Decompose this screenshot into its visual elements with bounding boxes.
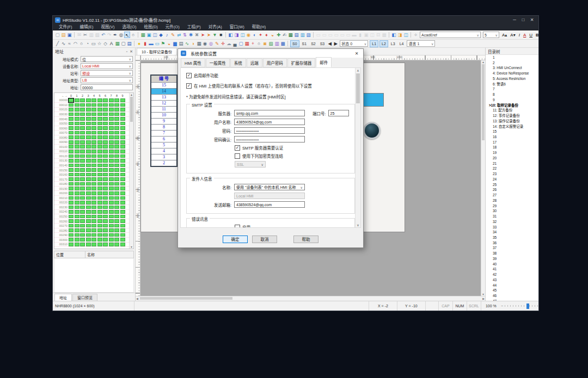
scroll-up-icon[interactable]: ▲ xyxy=(130,93,133,96)
grid-cell[interactable] xyxy=(109,173,114,177)
group-icon[interactable]: ▩ xyxy=(381,32,387,38)
cascade-windows-icon[interactable]: ◧ xyxy=(391,32,397,38)
grid-cell[interactable] xyxy=(97,187,102,190)
copy-screen-icon[interactable]: ◫ xyxy=(152,32,158,38)
grid-cell[interactable] xyxy=(69,126,74,130)
tree-item[interactable]: 27 xyxy=(486,193,538,198)
db-widget-icon[interactable]: ▩ xyxy=(280,40,286,47)
zoom-tool-icon[interactable]: ○ xyxy=(130,32,136,38)
tree-item[interactable]: 42 xyxy=(486,272,538,277)
grid-cell[interactable] xyxy=(114,126,119,130)
tree-item[interactable]: 36 xyxy=(486,240,538,246)
tree-item[interactable]: 16 xyxy=(486,134,538,140)
table-row[interactable]: 14 xyxy=(151,89,176,95)
grid-cell[interactable] xyxy=(103,168,108,172)
grid-cell[interactable] xyxy=(69,168,74,172)
grid-cell[interactable] xyxy=(120,219,125,223)
scrollbar-thumb[interactable] xyxy=(482,64,485,140)
move-widget-icon[interactable]: ✛ xyxy=(220,40,226,47)
grid-cell[interactable] xyxy=(97,126,102,130)
tree-item[interactable]: 33 xyxy=(486,225,538,230)
grid-cell[interactable] xyxy=(120,210,125,214)
password-confirm-input[interactable]: •••••••••••••••• xyxy=(234,136,305,142)
grid-cell[interactable] xyxy=(103,117,108,121)
flag-widget-icon[interactable]: ⚑ xyxy=(160,40,166,47)
mail-icon[interactable]: ✉ xyxy=(76,32,82,38)
grid-cell[interactable] xyxy=(120,206,125,209)
grid-cell[interactable] xyxy=(97,182,102,186)
grid-cell[interactable] xyxy=(75,224,79,228)
image-icon[interactable]: ▦ xyxy=(140,32,146,38)
grid-cell[interactable] xyxy=(80,182,85,186)
ok-button[interactable]: 确定 xyxy=(223,236,248,243)
table-row[interactable]: 10 xyxy=(151,113,176,119)
package-icon[interactable]: ■ xyxy=(218,32,224,38)
grid-cell[interactable] xyxy=(91,159,96,163)
scrollbar-thumb[interactable] xyxy=(140,297,232,300)
grid-cell[interactable] xyxy=(86,154,91,158)
datalog-icon[interactable]: ◒ xyxy=(270,32,275,38)
grid-cell[interactable] xyxy=(114,117,119,121)
table-row[interactable]: 8 xyxy=(151,125,176,131)
grid-cell[interactable] xyxy=(103,233,108,237)
grid-cell[interactable] xyxy=(109,187,114,190)
grid-cell[interactable] xyxy=(120,182,125,186)
dialog-scrollbar[interactable]: ∧∨ xyxy=(355,68,360,227)
grid-cell[interactable] xyxy=(114,228,119,232)
grid-cell[interactable] xyxy=(75,215,79,219)
grid-cell[interactable] xyxy=(120,201,125,205)
tree-item[interactable]: 41 xyxy=(486,267,538,272)
grid-cell[interactable] xyxy=(114,238,119,241)
grid-cell[interactable] xyxy=(114,196,119,200)
grid-cell[interactable] xyxy=(75,150,79,153)
tree-item[interactable]: 5: Access Restriction xyxy=(486,76,538,82)
grid-cell[interactable] xyxy=(109,154,114,158)
tree-item[interactable]: 31 xyxy=(486,214,538,219)
tree-item[interactable]: 9 xyxy=(486,97,538,103)
grid-cell[interactable] xyxy=(109,182,114,186)
grid-cell[interactable] xyxy=(109,145,114,148)
grid-cell[interactable] xyxy=(114,215,119,219)
tree-item[interactable]: 32 xyxy=(486,219,538,225)
menu-item-绘图D[interactable]: 绘图(D) xyxy=(140,24,161,30)
address-type-combo[interactable]: LB∨ xyxy=(81,77,133,83)
grid-cell[interactable] xyxy=(91,206,96,209)
canvas-vertical-scrollbar[interactable]: ▲▼ xyxy=(481,60,485,296)
grid-cell[interactable] xyxy=(114,233,119,237)
username-input[interactable]: 438590524@qq.com xyxy=(234,119,305,125)
grid-cell[interactable] xyxy=(91,168,96,172)
grid-cell[interactable] xyxy=(69,173,74,177)
grid-cell[interactable] xyxy=(120,126,125,130)
grid-cell[interactable] xyxy=(75,182,79,186)
grid-cell[interactable] xyxy=(114,187,119,190)
dialog-tab-扩展存储器[interactable]: 扩展存储器 xyxy=(287,58,316,67)
state-s0-button[interactable]: S0 xyxy=(290,40,299,47)
table-row[interactable]: 2 xyxy=(151,160,176,166)
grid-cell[interactable] xyxy=(91,191,96,195)
grid-cell[interactable] xyxy=(109,196,114,200)
sound-icon[interactable]: ♪ xyxy=(164,32,170,38)
grid-cell[interactable] xyxy=(109,140,114,144)
grid-cell[interactable] xyxy=(86,126,91,130)
align-left-icon[interactable]: ▭ xyxy=(315,32,321,38)
database-icon[interactable]: ▦ xyxy=(287,32,293,38)
grid-nav-arrows[interactable]: ←→ xyxy=(54,94,69,97)
grid-cell[interactable] xyxy=(97,206,102,209)
close-button[interactable]: ✕ xyxy=(528,16,536,24)
pencil-widget-icon[interactable]: ✎ xyxy=(214,40,220,47)
switch-widget-icon[interactable]: ▬ xyxy=(148,40,154,47)
minimize-button[interactable]: ─ xyxy=(510,16,519,24)
grid-cell[interactable] xyxy=(80,243,85,246)
grid-cell[interactable] xyxy=(69,215,74,219)
menu-item-视图V[interactable]: 视图(V) xyxy=(97,24,119,30)
grid-cell[interactable] xyxy=(97,131,102,135)
grid-cell[interactable] xyxy=(97,117,102,121)
grid-cell[interactable] xyxy=(114,177,119,181)
download-icon[interactable]: ▼ xyxy=(212,32,218,38)
grid-cell[interactable] xyxy=(103,228,108,232)
menu-item-对齐A[interactable]: 对齐(A) xyxy=(205,24,226,30)
tree-item[interactable]: 25 xyxy=(486,182,538,188)
grid-cell[interactable] xyxy=(103,191,108,195)
meter-widget-icon[interactable]: ◒ xyxy=(166,40,172,47)
scale-tool-icon[interactable]: ▤ xyxy=(126,40,132,47)
